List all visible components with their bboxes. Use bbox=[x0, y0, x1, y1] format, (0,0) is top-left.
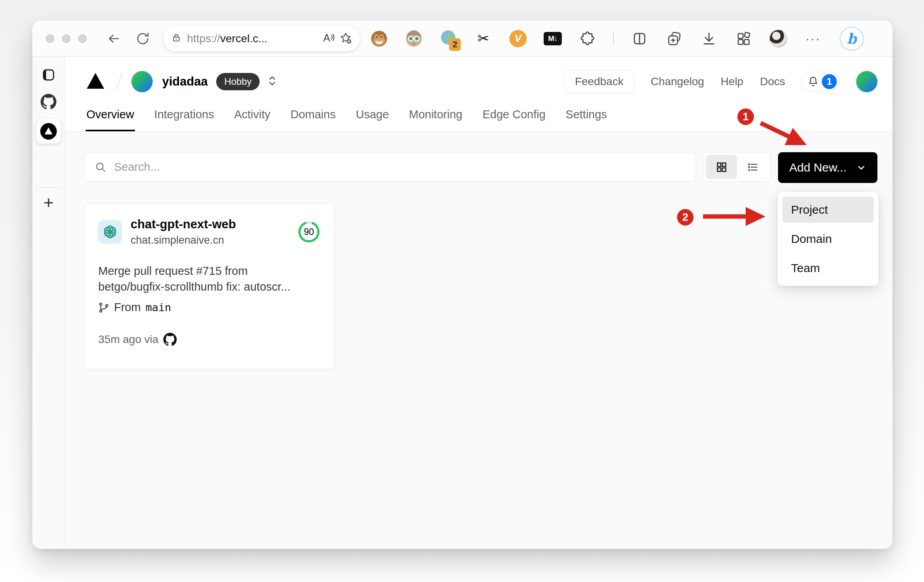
github-icon bbox=[163, 333, 177, 346]
lighthouse-score-value: 90 bbox=[297, 220, 321, 244]
list-view-icon bbox=[746, 161, 759, 173]
deploy-time: 35m ago via bbox=[98, 333, 159, 346]
browser-toolbar: https://vercel.c... 2 ✂ V bbox=[32, 21, 892, 57]
breadcrumb-slash bbox=[116, 73, 122, 90]
extensions-puzzle-icon[interactable] bbox=[578, 30, 597, 48]
list-view-button[interactable] bbox=[737, 155, 768, 179]
split-screen-icon[interactable] bbox=[630, 30, 649, 48]
url-text: https://vercel.c... bbox=[187, 32, 318, 45]
search-icon bbox=[94, 161, 107, 173]
project-name: chat-gpt-next-web bbox=[131, 217, 236, 231]
view-toggle bbox=[703, 152, 771, 182]
proxy-badge-count: 2 bbox=[449, 38, 461, 51]
markdown-extension-icon[interactable]: M↓ bbox=[544, 30, 562, 48]
toolbar-divider bbox=[613, 32, 614, 46]
add-new-dropdown: Project Domain Team bbox=[778, 192, 879, 286]
more-menu-icon[interactable]: ··· bbox=[804, 30, 822, 48]
proxy-extension-icon[interactable]: 2 bbox=[440, 30, 458, 48]
close-window-button[interactable] bbox=[46, 34, 54, 43]
project-domain[interactable]: chat.simplenaive.cn bbox=[131, 234, 236, 246]
notification-count-badge: 1 bbox=[822, 74, 837, 89]
user-avatar[interactable] bbox=[856, 71, 877, 92]
zoom-window-button[interactable] bbox=[78, 34, 87, 43]
tab-usage[interactable]: Usage bbox=[355, 104, 390, 131]
annotation-step-2: 2 bbox=[677, 209, 694, 226]
add-favorite-star-icon[interactable] bbox=[339, 32, 352, 46]
openai-logo-icon bbox=[98, 220, 122, 244]
grid-view-button[interactable] bbox=[706, 155, 737, 179]
sidebar-divider bbox=[38, 187, 60, 188]
address-bar[interactable]: https://vercel.c... bbox=[163, 26, 360, 51]
scissors-extension-icon[interactable]: ✂ bbox=[474, 30, 492, 48]
feedback-button[interactable]: Feedback bbox=[564, 70, 634, 93]
project-search[interactable] bbox=[84, 152, 696, 182]
bing-chat-icon[interactable]: b bbox=[839, 30, 865, 48]
avatar-extension-icon[interactable] bbox=[405, 30, 423, 48]
tampermonkey-extension-icon[interactable] bbox=[370, 30, 388, 48]
new-tab-plus-icon[interactable]: + bbox=[43, 194, 54, 211]
docs-link[interactable]: Docs bbox=[760, 75, 785, 88]
overview-content: Add New... Project Domain Team bbox=[65, 132, 892, 548]
tab-domains[interactable]: Domains bbox=[290, 104, 336, 131]
help-link[interactable]: Help bbox=[721, 75, 744, 88]
traffic-lights bbox=[46, 34, 87, 43]
tab-bar: Overview Integrations Activity Domains U… bbox=[86, 104, 877, 131]
notifications-button[interactable]: 1 bbox=[802, 72, 840, 91]
lighthouse-score-ring: 90 bbox=[297, 220, 321, 244]
bell-icon bbox=[807, 75, 819, 88]
latest-commit-message: Merge pull request #715 from betgo/bugfi… bbox=[98, 263, 307, 295]
v-extension-icon[interactable]: V bbox=[509, 30, 527, 48]
profile-avatar[interactable] bbox=[769, 30, 787, 48]
tab-integrations[interactable]: Integrations bbox=[153, 104, 215, 131]
sidebar-vercel-tab-active[interactable] bbox=[36, 119, 61, 144]
search-input[interactable] bbox=[114, 160, 686, 173]
browser-window: https://vercel.c... 2 ✂ V bbox=[32, 21, 892, 549]
downloads-icon[interactable] bbox=[700, 30, 718, 48]
branch-name: main bbox=[146, 301, 171, 313]
vercel-page: yidadaa Hobby Feedback Changelog Help Do… bbox=[65, 57, 892, 548]
team-avatar[interactable] bbox=[131, 71, 153, 92]
sidebar-toggle-icon[interactable] bbox=[41, 68, 56, 82]
vercel-logo-icon[interactable] bbox=[86, 72, 105, 91]
chevron-down-icon bbox=[856, 162, 866, 173]
tab-settings[interactable]: Settings bbox=[565, 104, 608, 131]
edge-sidebar: + bbox=[32, 57, 65, 548]
project-card[interactable]: chat-gpt-next-web chat.simplenaive.cn 90… bbox=[84, 203, 335, 369]
vercel-header: yidadaa Hobby Feedback Changelog Help Do… bbox=[65, 57, 892, 132]
dropdown-item-team[interactable]: Team bbox=[782, 255, 874, 281]
back-icon[interactable] bbox=[105, 30, 122, 47]
sidebar-github-tab-icon[interactable] bbox=[41, 94, 56, 110]
read-aloud-icon[interactable] bbox=[322, 32, 335, 45]
apps-grid-icon[interactable] bbox=[735, 30, 753, 48]
add-new-button[interactable]: Add New... bbox=[778, 152, 877, 183]
tab-edge-config[interactable]: Edge Config bbox=[482, 104, 546, 131]
changelog-link[interactable]: Changelog bbox=[651, 75, 704, 88]
plan-badge: Hobby bbox=[216, 73, 259, 90]
collections-icon[interactable] bbox=[665, 30, 683, 48]
branch-label: From bbox=[114, 301, 141, 314]
dropdown-item-domain[interactable]: Domain bbox=[782, 226, 874, 252]
minimize-window-button[interactable] bbox=[62, 34, 71, 43]
annotation-step-1: 1 bbox=[737, 108, 754, 125]
tab-activity[interactable]: Activity bbox=[233, 104, 271, 131]
grid-view-icon bbox=[715, 161, 728, 173]
tab-monitoring[interactable]: Monitoring bbox=[408, 104, 463, 131]
extension-row: 2 ✂ V M↓ bbox=[370, 30, 865, 48]
refresh-icon[interactable] bbox=[134, 30, 152, 47]
lock-icon bbox=[171, 33, 181, 45]
team-switcher-chevrons-icon[interactable] bbox=[267, 75, 277, 89]
team-name[interactable]: yidadaa bbox=[162, 75, 208, 89]
git-branch-icon bbox=[98, 302, 109, 313]
dropdown-item-project[interactable]: Project bbox=[782, 197, 874, 223]
tab-overview[interactable]: Overview bbox=[86, 104, 135, 131]
